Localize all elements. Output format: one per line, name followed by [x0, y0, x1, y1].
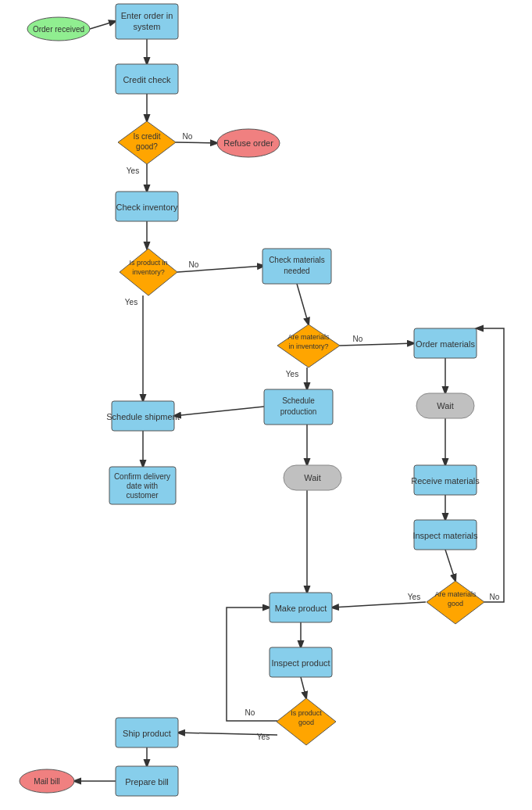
are-materials-good-label: Are materials: [434, 590, 477, 598]
make-product-label: Make product: [275, 604, 327, 613]
schedule-shipment-label: Schedule shipment: [106, 412, 180, 421]
connector: [90, 21, 116, 29]
connector: [301, 677, 306, 698]
prepare-bill-label: Prepare bill: [125, 777, 169, 787]
credit-check-label: Credit check: [123, 75, 171, 84]
enter-order-label2: system: [134, 22, 161, 31]
schedule-production-label: Schedule: [282, 396, 315, 405]
receive-materials-label: Receive materials: [411, 476, 480, 486]
yes-label-2: Yes: [125, 298, 137, 306]
check-materials-label2: needed: [284, 267, 309, 275]
confirm-delivery-label3: customer: [126, 491, 159, 500]
no-label-2: No: [189, 260, 199, 269]
are-materials-inventory-label: Are materials: [287, 333, 330, 341]
refuse-order-label: Refuse order: [223, 138, 273, 148]
is-credit-good-label2: good?: [136, 142, 158, 151]
connector: [477, 328, 504, 602]
is-product-inventory-label2: inventory?: [132, 268, 165, 276]
order-materials-label: Order materials: [416, 339, 475, 349]
flowchart-container: Order received Enter order in system Cre…: [0, 0, 532, 810]
check-materials-label: Check materials: [269, 256, 325, 264]
is-credit-good-label: Is credit: [133, 132, 160, 141]
no-label-3: No: [353, 335, 363, 343]
no-label-1: No: [183, 132, 193, 141]
are-materials-inventory-label2: in inventory?: [288, 342, 328, 350]
enter-order-label: Enter order in: [121, 11, 173, 20]
is-product-good-label2: good: [298, 719, 314, 726]
yes-label-4: Yes: [408, 593, 420, 601]
connector: [340, 343, 414, 346]
connector: [332, 602, 426, 608]
order-received-label: Order received: [33, 25, 84, 34]
confirm-delivery-label2: date with: [127, 482, 158, 490]
mail-bill-label: Mail bill: [34, 777, 59, 786]
is-product-good-label: Is product: [291, 709, 322, 717]
yes-label-3: Yes: [286, 370, 298, 378]
flowchart-svg: Order received Enter order in system Cre…: [0, 0, 532, 810]
inspect-product-label: Inspect product: [271, 658, 330, 668]
yes-label-5: Yes: [257, 733, 270, 741]
connector: [176, 142, 217, 143]
wait1-label: Wait: [437, 401, 454, 410]
confirm-delivery-label: Confirm delivery: [114, 472, 170, 481]
inspect-materials-label: Inspect materials: [412, 531, 478, 540]
connector: [297, 284, 309, 324]
wait2-label: Wait: [304, 473, 321, 482]
no-label-5: No: [245, 708, 255, 717]
are-materials-good-label2: good: [448, 600, 463, 608]
is-product-inventory-label: Is product in: [129, 259, 167, 267]
ship-product-label: Ship product: [123, 729, 171, 738]
no-label-4: No: [490, 593, 500, 601]
yes-label-1: Yes: [127, 167, 139, 175]
connector: [174, 407, 264, 416]
check-inventory-label: Check inventory: [116, 202, 178, 212]
schedule-production-label2: production: [280, 407, 317, 416]
connector: [445, 550, 455, 581]
